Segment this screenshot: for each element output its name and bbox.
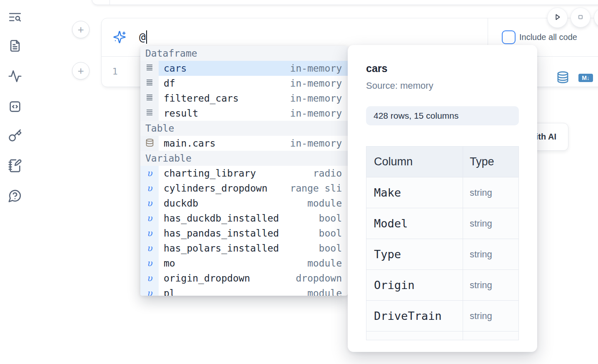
variable-icon: υ	[147, 273, 152, 283]
autocomplete-item-filtered_cars[interactable]: filtered_carsin-memory	[140, 91, 348, 106]
column-type: string	[470, 218, 492, 229]
item-name: has_pandas_installed	[164, 228, 279, 239]
autocomplete-item-has_pandas_installed[interactable]: υhas_pandas_installedbool	[140, 226, 348, 241]
add-cell-button-top[interactable]: +	[72, 21, 90, 38]
item-name: cylinders_dropdown	[164, 183, 267, 194]
autocomplete-section-header: Table	[140, 121, 348, 136]
schema-header-type: Type	[470, 155, 494, 168]
markdown-convert-button[interactable]: M↓	[578, 74, 593, 82]
variable-icon: υ	[147, 243, 152, 253]
dataframe-icon	[145, 108, 154, 119]
autocomplete-item-has_polars_installed[interactable]: υhas_polars_installedbool	[140, 241, 348, 256]
autocomplete-item-mo[interactable]: υmomodule	[140, 256, 348, 271]
item-type: in-memory	[286, 138, 342, 149]
sidebar-item-activity[interactable]	[7, 68, 23, 85]
sidebar-item-help-circle[interactable]	[7, 188, 23, 204]
help-circle-icon	[8, 189, 22, 204]
item-name: duckdb	[164, 198, 198, 209]
item-name: filtered_cars	[164, 93, 239, 104]
file-text-icon	[8, 39, 22, 54]
activity-icon	[8, 69, 22, 85]
variable-icon: υ	[147, 228, 152, 238]
variable-icon: υ	[147, 288, 152, 296]
item-name: df	[164, 78, 175, 89]
column-type: string	[470, 280, 492, 291]
autocomplete-item-origin_dropdown[interactable]: υorigin_dropdowndropdown	[140, 271, 348, 286]
schema-row: Originstring	[366, 269, 518, 300]
item-type: module	[303, 198, 342, 209]
autocomplete-item-charting_library[interactable]: υcharting_libraryradio	[140, 166, 348, 181]
autocomplete-item-duckdb[interactable]: υduckdbmodule	[140, 196, 348, 211]
column-name: Type	[374, 248, 401, 261]
dataframe-icon	[145, 93, 154, 104]
item-name: charting_library	[164, 168, 256, 179]
column-type: string	[470, 187, 492, 198]
autocomplete-item-result[interactable]: resultin-memory	[140, 106, 348, 121]
shape-badge: 428 rows, 15 columns	[366, 106, 519, 125]
dataframe-icon	[145, 63, 154, 74]
autocomplete-item-pl[interactable]: υplmodule	[140, 286, 348, 296]
item-type: radio	[309, 168, 342, 179]
autocomplete-item-main.cars[interactable]: main.carsin-memory	[140, 136, 348, 151]
item-type: bool	[315, 213, 342, 224]
code-square-icon	[8, 100, 22, 115]
sidebar-item-text-search[interactable]	[7, 9, 23, 26]
column-name: DriveTrain	[374, 309, 442, 322]
variable-icon: υ	[147, 213, 152, 223]
item-type: range_sli	[286, 183, 342, 194]
text-search-icon	[8, 10, 22, 25]
text-cursor	[146, 30, 147, 44]
column-name: Make	[374, 186, 401, 199]
column-type: string	[470, 249, 492, 260]
datasource-icon[interactable]	[556, 71, 569, 84]
item-type: in-memory	[286, 78, 342, 89]
item-type: in-memory	[286, 108, 342, 119]
autocomplete-item-cylinders_dropdown[interactable]: υcylinders_dropdownrange_sli	[140, 181, 348, 196]
autocomplete-item-has_duckdb_installed[interactable]: υhas_duckdb_installedbool	[140, 211, 348, 226]
sparkles-icon	[113, 30, 126, 44]
column-name: Origin	[374, 279, 415, 292]
key-icon	[8, 129, 22, 144]
include-all-code-checkbox[interactable]	[502, 30, 516, 44]
panel-source: Source: memory	[366, 80, 519, 91]
add-cell-button-bottom[interactable]: +	[72, 62, 90, 80]
schema-row: Makestring	[366, 177, 518, 208]
autocomplete-item-cars[interactable]: carsin-memory	[140, 61, 348, 76]
item-type: module	[303, 258, 342, 269]
dataframe-icon	[145, 78, 154, 89]
schema-header-column: Column	[374, 155, 413, 168]
prompt-value: @	[139, 31, 146, 43]
sidebar-item-code-square[interactable]	[7, 99, 23, 115]
item-name: cars	[164, 63, 187, 74]
table-database-icon	[145, 138, 154, 149]
item-name: has_polars_installed	[164, 243, 279, 254]
schema-table: Column Type MakestringModelstringTypestr…	[366, 146, 519, 340]
autocomplete-section-header: Dataframe	[140, 46, 348, 61]
notebook-pen-icon	[8, 159, 22, 174]
schema-row: Modelstring	[366, 208, 518, 239]
autocomplete-popup: Dataframecarsin-memorydfin-memoryfiltere…	[140, 46, 348, 296]
item-type: bool	[315, 243, 342, 254]
item-type: module	[303, 288, 342, 296]
previous-cell-bottom	[92, 0, 598, 5]
item-type: in-memory	[286, 63, 342, 74]
sidebar-item-key[interactable]	[7, 128, 23, 145]
variable-icon: υ	[147, 258, 152, 268]
item-type: dropdown	[292, 273, 342, 284]
run-cell-button[interactable]	[548, 8, 567, 27]
play-icon	[553, 12, 562, 23]
item-name: has_duckdb_installed	[164, 213, 279, 224]
sidebar-item-file-text[interactable]	[7, 38, 23, 55]
stop-button[interactable]	[571, 8, 590, 27]
item-name: pl	[164, 288, 175, 296]
autocomplete-item-df[interactable]: dfin-memory	[140, 76, 348, 91]
schema-row: Typestring	[366, 239, 518, 269]
schema-header-row: Column Type	[366, 147, 518, 177]
dataframe-preview-panel: cars Source: memory 428 rows, 15 columns…	[348, 45, 537, 352]
schema-row	[366, 331, 518, 340]
item-type: in-memory	[286, 93, 342, 104]
item-name: main.cars	[164, 138, 216, 149]
schema-row: DriveTrainstring	[366, 300, 518, 331]
stop-icon	[576, 12, 585, 23]
sidebar-item-notebook-pen[interactable]	[7, 158, 23, 175]
